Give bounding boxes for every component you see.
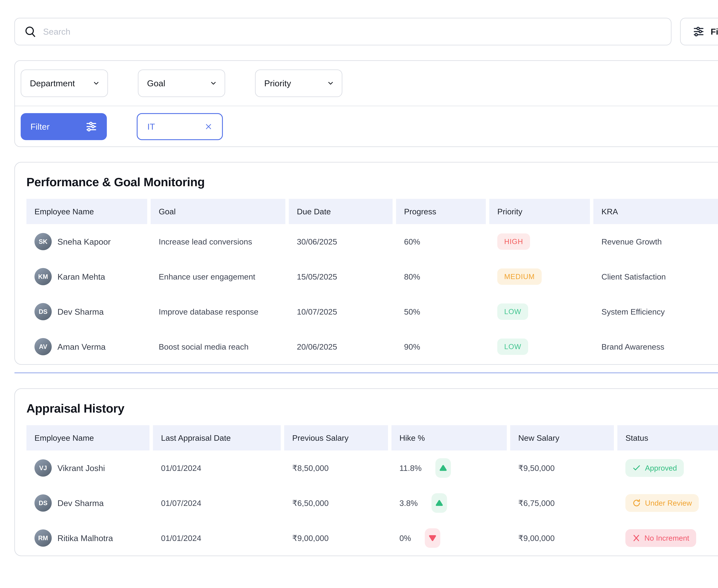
- employee-cell: DSDev Sharma: [26, 495, 149, 512]
- last-appraisal-date-cell: 01/07/2024: [153, 499, 281, 508]
- goal-dropdown[interactable]: Goal: [138, 69, 225, 97]
- table-row: SKSneha KapoorIncrease lead conversions3…: [26, 224, 718, 259]
- kra-cell: Client Satisfaction: [593, 272, 718, 281]
- due-date-cell: 15/05/2025: [289, 272, 393, 281]
- trend-down-chip: [425, 528, 440, 548]
- goal-cell: Boost social media reach: [151, 342, 285, 352]
- previous-salary-cell: ₹6,50,000: [284, 499, 388, 508]
- filter-button-label: Filter: [711, 27, 718, 37]
- goal-cell: Increase lead conversions: [151, 237, 285, 246]
- previous-salary-cell: ₹9,00,000: [284, 533, 388, 543]
- applied-filter-row: Filter IT: [15, 106, 718, 146]
- priority-badge: HIGH: [497, 233, 530, 250]
- column-header: Last Appraisal Date: [153, 425, 281, 450]
- due-date-cell: 30/06/2025: [289, 237, 393, 246]
- table-row: AVAman VermaBoost social media reach20/0…: [26, 329, 718, 364]
- kra-cell: Brand Awareness: [593, 342, 718, 352]
- column-header: Priority: [489, 199, 590, 224]
- last-appraisal-date-cell: 01/01/2024: [153, 533, 281, 543]
- table-row: DSDev Sharma01/07/2024₹6,50,0003.8%₹6,75…: [26, 485, 718, 521]
- goal-cell: Enhance user engagement: [151, 272, 285, 281]
- search-icon: [24, 25, 37, 38]
- due-date-cell: 20/06/2025: [289, 342, 393, 352]
- top-toolbar: Filter Create: [14, 18, 718, 45]
- progress-cell: 60%: [396, 237, 486, 246]
- priority-cell: LOW: [489, 338, 590, 355]
- avatar: DS: [35, 303, 52, 320]
- priority-badge: LOW: [497, 338, 528, 355]
- appraisal-title: Appraisal History: [26, 401, 124, 416]
- status-cell: No Increment: [617, 529, 718, 547]
- table-row: DSDev SharmaImprove database response10/…: [26, 294, 718, 329]
- employee-name: Ritika Malhotra: [58, 533, 113, 543]
- section-divider: [14, 372, 718, 373]
- performance-table-header: Employee NameGoalDue DateProgressPriorit…: [26, 199, 718, 224]
- status-label: No Increment: [644, 534, 689, 542]
- new-salary-cell: ₹6,75,000: [510, 499, 614, 508]
- department-dropdown[interactable]: Department: [21, 69, 108, 97]
- column-header: KRA: [593, 199, 718, 224]
- employee-cell: KMKaran Mehta: [26, 268, 147, 285]
- column-header: Status: [617, 425, 718, 450]
- table-row: VJVikrant Joshi01/01/2024₹8,50,00011.8%₹…: [26, 450, 718, 485]
- appraisal-section-head: Appraisal History View all: [26, 401, 718, 416]
- x-icon: [632, 534, 640, 542]
- previous-salary-cell: ₹8,50,000: [284, 463, 388, 473]
- employee-cell: VJVikrant Joshi: [26, 459, 149, 477]
- new-salary-cell: ₹9,00,000: [510, 533, 614, 543]
- hike-value: 3.8%: [399, 499, 418, 508]
- priority-cell: HIGH: [489, 233, 590, 250]
- avatar: DS: [35, 495, 52, 512]
- search-box[interactable]: [14, 18, 672, 45]
- employee-name: Aman Verma: [58, 342, 105, 352]
- search-input[interactable]: [43, 27, 662, 37]
- column-header: Progress: [396, 199, 486, 224]
- status-cell: Under Review: [617, 494, 718, 512]
- priority-cell: LOW: [489, 303, 590, 320]
- apply-filter-button[interactable]: Filter: [21, 113, 107, 140]
- close-icon[interactable]: [205, 123, 212, 130]
- priority-dropdown[interactable]: Priority: [255, 69, 342, 97]
- performance-table-body: SKSneha KapoorIncrease lead conversions3…: [26, 224, 718, 364]
- chevron-down-icon: [210, 80, 217, 87]
- avatar: VJ: [35, 459, 52, 477]
- appraisal-section: Appraisal History View all Employee Name…: [14, 388, 718, 556]
- performance-section: Performance & Goal Monitoring View all E…: [14, 162, 718, 365]
- column-header: Due Date: [289, 199, 393, 224]
- due-date-cell: 10/07/2025: [289, 307, 393, 316]
- chevron-down-icon: [93, 80, 100, 87]
- filter-button[interactable]: Filter: [680, 18, 718, 45]
- employee-name: Vikrant Joshi: [58, 463, 105, 473]
- chevron-down-icon: [327, 80, 334, 87]
- status-badge: Approved: [625, 459, 684, 477]
- active-filter-chip-label: IT: [147, 122, 155, 132]
- refresh-icon: [632, 499, 641, 507]
- status-cell: Approved: [617, 459, 718, 477]
- hr-dashboard-page: Filter Create Department Goal Priority: [0, 0, 718, 588]
- active-filter-chip[interactable]: IT: [137, 113, 223, 140]
- sliders-icon: [693, 26, 704, 37]
- column-header: Previous Salary: [284, 425, 388, 450]
- hike-cell: 0%: [391, 528, 507, 548]
- trend-up-chip: [432, 493, 447, 513]
- performance-title: Performance & Goal Monitoring: [26, 175, 205, 189]
- column-header: Goal: [151, 199, 285, 224]
- employee-cell: SKSneha Kapoor: [26, 233, 147, 250]
- last-appraisal-date-cell: 01/01/2024: [153, 463, 281, 473]
- employee-name: Sneha Kapoor: [58, 237, 111, 247]
- avatar: SK: [35, 233, 52, 250]
- progress-cell: 50%: [396, 307, 486, 316]
- table-row: KMKaran MehtaEnhance user engagement15/0…: [26, 259, 718, 294]
- goal-cell: Improve database response: [151, 307, 285, 316]
- column-header: New Salary: [510, 425, 614, 450]
- employee-cell: AVAman Verma: [26, 338, 147, 355]
- employee-cell: DSDev Sharma: [26, 303, 147, 320]
- filter-panel: Department Goal Priority Filter IT: [14, 60, 718, 147]
- hike-cell: 3.8%: [391, 493, 507, 513]
- status-label: Approved: [645, 464, 677, 472]
- kra-cell: System Efficiency: [593, 307, 718, 316]
- priority-dropdown-label: Priority: [264, 78, 291, 88]
- status-badge: No Increment: [625, 529, 696, 547]
- employee-name: Dev Sharma: [58, 307, 104, 317]
- avatar: RM: [35, 529, 52, 547]
